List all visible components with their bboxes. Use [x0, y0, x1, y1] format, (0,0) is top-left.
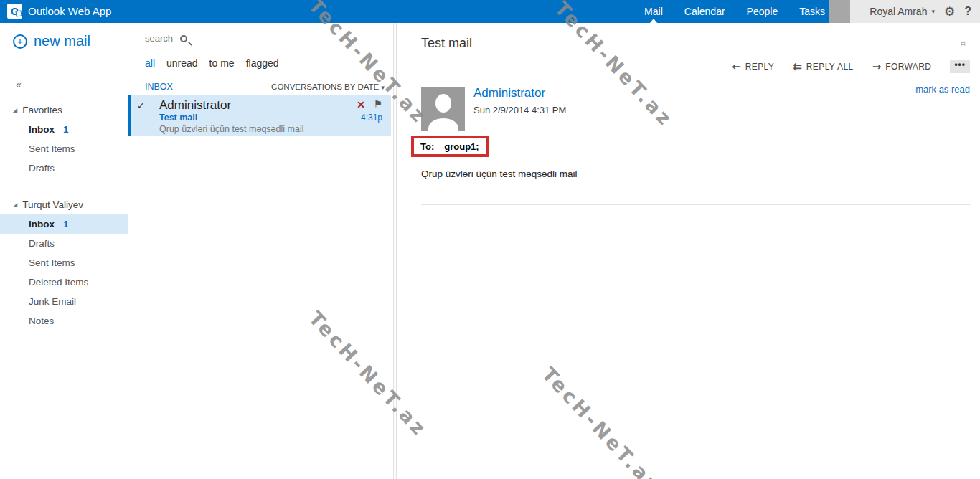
mark-as-read-link[interactable]: mark as read — [915, 84, 970, 95]
reply-label: REPLY — [745, 62, 774, 72]
folder-label: Junk Email — [29, 296, 76, 307]
reply-all-arrow-icon: ⇇ — [793, 60, 802, 73]
user-area: Royal Amrah ▾ ⚙ ? — [850, 0, 980, 23]
sender-name[interactable]: Administrator — [473, 86, 545, 100]
mail-item-subject: Test mail — [159, 113, 197, 123]
message-date: Sun 2/9/2014 4:31 PM — [473, 105, 566, 115]
reply-arrow-icon: ← — [732, 60, 741, 73]
favorites-title: Favorites — [22, 105, 62, 115]
filter-all[interactable]: all — [145, 57, 155, 69]
folder-label: Notes — [29, 316, 54, 326]
folder-label: Sent Items — [29, 143, 75, 154]
folder-label: Drafts — [29, 163, 55, 174]
sort-dropdown[interactable]: CONVERSATIONS BY DATE ▾ — [271, 82, 385, 91]
tree-expand-icon: ◢ — [13, 201, 17, 208]
tab-tasks[interactable]: Tasks — [799, 0, 825, 23]
message-toolbar: ← REPLY ⇇ REPLY ALL → FORWARD ••• — [732, 60, 970, 73]
tab-people[interactable]: People — [747, 0, 778, 23]
read-check-icon: ✓ — [137, 100, 145, 111]
message-list-pane: search all unread to me flagged INBOX CO… — [128, 23, 393, 479]
to-recipient-annotation: To: group1; — [411, 136, 489, 157]
forward-label: FORWARD — [885, 62, 931, 72]
sidebar-item-favorites-sent[interactable]: Sent Items — [0, 139, 128, 158]
sidebar-item-inbox[interactable]: Inbox1 — [0, 214, 128, 234]
mail-list-item[interactable]: ✓ Administrator Test mail Qrup üzvləri ü… — [128, 95, 391, 136]
search-box[interactable]: search — [145, 33, 187, 44]
settings-gear-icon[interactable]: ⚙ — [944, 6, 955, 18]
current-folder-label: INBOX — [145, 82, 173, 92]
reply-button[interactable]: ← REPLY — [732, 60, 774, 73]
sidebar-item-sent[interactable]: Sent Items — [0, 253, 128, 272]
to-recipient[interactable]: group1; — [444, 141, 479, 152]
folder-label: Drafts — [29, 238, 55, 249]
folder-sidebar: + new mail « ◢ Favorites Inbox1 Sent Ite… — [0, 23, 128, 479]
new-mail-label: new mail — [34, 33, 90, 49]
unread-count: 1 — [63, 124, 69, 135]
favorites-section-header[interactable]: ◢ Favorites — [0, 100, 128, 120]
collapse-reading-icon[interactable]: « — [958, 41, 969, 44]
folder-label: Deleted Items — [29, 277, 88, 288]
tab-mail[interactable]: Mail — [644, 0, 663, 23]
reply-all-button[interactable]: ⇇ REPLY ALL — [793, 60, 853, 73]
filter-unread[interactable]: unread — [166, 57, 198, 69]
user-menu[interactable]: Royal Amrah — [870, 6, 927, 17]
outlook-envelope-icon — [15, 10, 22, 16]
top-bar: O Outlook Web App Mail Calendar People T… — [0, 0, 980, 23]
new-mail-button[interactable]: + new mail — [13, 33, 90, 49]
folder-label: Inbox — [29, 219, 55, 229]
top-navigation: Mail Calendar People Tasks — [644, 0, 825, 23]
message-divider — [421, 204, 970, 205]
forward-button[interactable]: → FORWARD — [872, 60, 932, 73]
flag-icon[interactable]: ⚑ — [373, 98, 382, 110]
mail-item-preview: Qrup üzvləri üçün test məqsədli mail — [159, 124, 303, 134]
search-placeholder: search — [145, 33, 173, 44]
message-subject: Test mail — [421, 36, 472, 51]
mailbox-section-header[interactable]: ◢ Turqut Valiyev — [0, 195, 128, 214]
more-actions-button[interactable]: ••• — [950, 60, 970, 73]
filter-flagged[interactable]: flagged — [246, 57, 279, 69]
unread-count: 1 — [63, 219, 69, 229]
delete-icon[interactable]: ✕ — [357, 99, 365, 110]
sidebar-item-junk[interactable]: Junk Email — [0, 292, 128, 311]
help-icon[interactable]: ? — [964, 5, 971, 18]
filter-tabs: all unread to me flagged — [145, 57, 279, 69]
search-icon[interactable] — [180, 35, 187, 42]
outlook-logo-icon: O — [7, 4, 22, 19]
sidebar-item-favorites-inbox[interactable]: Inbox1 — [0, 120, 128, 139]
list-header: INBOX CONVERSATIONS BY DATE ▾ — [145, 82, 385, 92]
folder-label: Sent Items — [29, 257, 75, 268]
avatar-body-shape — [428, 118, 458, 131]
folder-tree: ◢ Favorites Inbox1 Sent Items Drafts ◢ T… — [0, 100, 128, 331]
mail-item-sender: Administrator — [159, 98, 231, 113]
avatar-head-shape — [435, 94, 451, 113]
folder-label: Inbox — [29, 124, 55, 135]
mail-item-time: 4:31p — [361, 113, 382, 123]
sidebar-item-drafts[interactable]: Drafts — [0, 234, 128, 253]
tree-spacer — [0, 178, 128, 195]
chevron-down-icon: ▾ — [381, 84, 385, 91]
sidebar-item-favorites-drafts[interactable]: Drafts — [0, 158, 128, 178]
tab-calendar[interactable]: Calendar — [684, 0, 725, 23]
plus-circle-icon: + — [13, 34, 27, 49]
mailbox-title: Turqut Valiyev — [22, 199, 83, 210]
sidebar-item-notes[interactable]: Notes — [0, 311, 128, 331]
sort-label: CONVERSATIONS BY DATE — [271, 82, 379, 91]
forward-arrow-icon: → — [872, 60, 882, 73]
reply-all-label: REPLY ALL — [806, 62, 854, 72]
sender-avatar — [421, 87, 465, 131]
app-title: Outlook Web App — [28, 5, 111, 17]
user-caret-icon[interactable]: ▾ — [931, 8, 935, 15]
tree-expand-icon: ◢ — [13, 107, 17, 113]
reading-pane: Test mail « ← REPLY ⇇ REPLY ALL → FORWAR… — [397, 23, 980, 479]
to-label: To: — [420, 141, 434, 152]
topbar-divider-block — [829, 0, 850, 23]
brand: O Outlook Web App — [7, 4, 111, 19]
collapse-sidebar-icon[interactable]: « — [16, 79, 22, 90]
filter-tome[interactable]: to me — [209, 57, 235, 69]
message-body: Qrup üzvləri üçün test məqsədli mail — [421, 169, 578, 179]
sidebar-item-deleted[interactable]: Deleted Items — [0, 272, 128, 292]
